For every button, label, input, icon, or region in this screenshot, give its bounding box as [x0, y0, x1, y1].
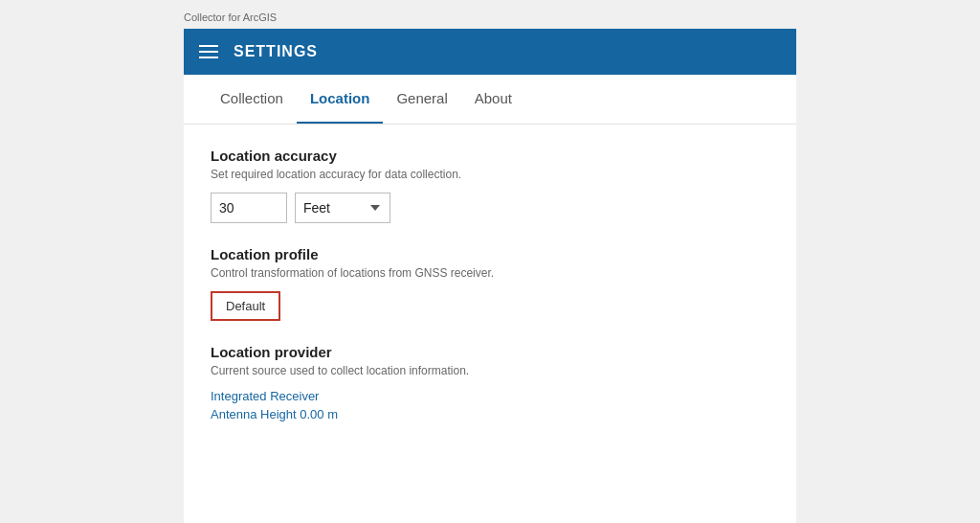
app-title-bar: Collector for ArcGIS — [184, 0, 796, 29]
accuracy-unit-select[interactable]: Feet Meters — [295, 193, 390, 223]
tab-bar: Collection Location General About — [184, 75, 796, 125]
accuracy-value-input[interactable] — [211, 193, 287, 223]
location-profile-section: Location profile Control transformation … — [211, 246, 769, 321]
location-profile-button[interactable]: Default — [211, 291, 280, 321]
tab-location[interactable]: Location — [297, 75, 384, 124]
location-provider-section: Location provider Current source used to… — [211, 344, 769, 421]
location-profile-title: Location profile — [211, 246, 769, 262]
location-accuracy-desc: Set required location accuracy for data … — [211, 168, 769, 181]
content-area: Collection Location General About Locati… — [184, 75, 796, 523]
hamburger-line-3 — [199, 57, 218, 58]
header-title: SETTINGS — [234, 43, 318, 60]
header-bar: SETTINGS — [184, 29, 796, 75]
hamburger-line-2 — [199, 51, 218, 53]
hamburger-line-1 — [199, 45, 218, 47]
tab-collection[interactable]: Collection — [207, 75, 297, 124]
accuracy-row: Feet Meters — [211, 193, 769, 223]
tab-general[interactable]: General — [383, 75, 460, 124]
integrated-receiver-link[interactable]: Integrated Receiver — [211, 389, 769, 403]
tab-about[interactable]: About — [461, 75, 525, 124]
location-accuracy-section: Location accuracy Set required location … — [211, 148, 769, 223]
main-content: Location accuracy Set required location … — [184, 125, 796, 467]
menu-icon[interactable] — [199, 45, 218, 58]
location-profile-desc: Control transformation of locations from… — [211, 266, 769, 280]
antenna-height-link[interactable]: Antenna Height 0.00 m — [211, 407, 769, 421]
location-provider-desc: Current source used to collect location … — [211, 364, 769, 377]
app-title: Collector for ArcGIS — [184, 11, 277, 23]
app-container: Collector for ArcGIS SETTINGS Collection… — [0, 0, 980, 523]
location-provider-title: Location provider — [211, 344, 769, 360]
location-accuracy-title: Location accuracy — [211, 148, 769, 164]
